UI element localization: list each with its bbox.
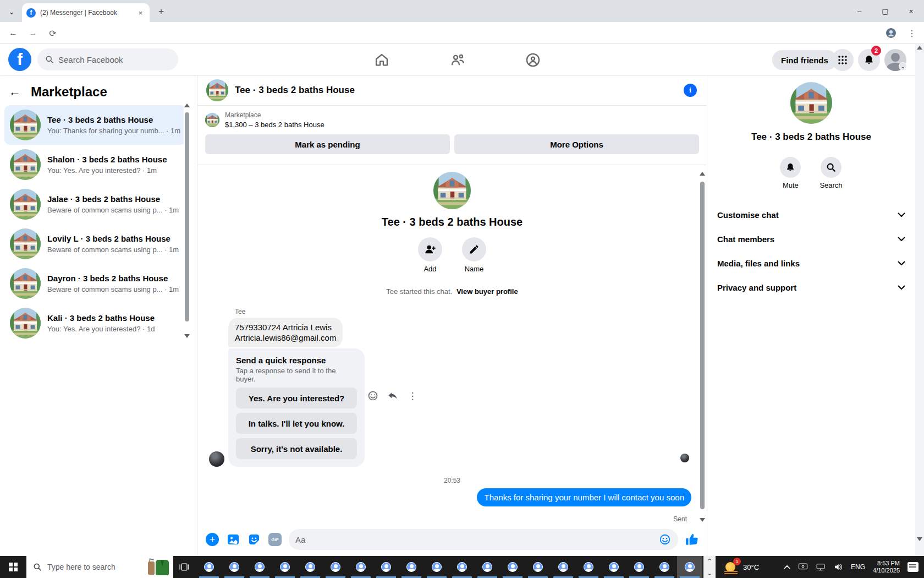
scrollbar-thumb[interactable] [185, 112, 189, 321]
conversation-list-item[interactable]: Tee · 3 beds 2 baths House You: Thanks f… [4, 105, 186, 145]
search-in-conversation-button[interactable]: Search [820, 157, 842, 189]
attach-photo-button[interactable] [226, 532, 240, 547]
sidebar-scrollbar[interactable] [184, 102, 190, 340]
reload-button[interactable]: ⟳ [46, 26, 59, 40]
apps-menu-button[interactable] [832, 49, 854, 71]
quick-reply-button[interactable]: Yes. Are you interested? [236, 388, 357, 408]
volume-icon[interactable] [833, 563, 843, 571]
conversation-info-button[interactable]: i [684, 84, 697, 97]
chrome-window-button[interactable] [399, 556, 424, 578]
mark-as-pending-button[interactable]: Mark as pending [205, 134, 450, 154]
taskbar-weather-widget[interactable]: 1 30°C [724, 556, 759, 578]
chrome-window-button[interactable] [601, 556, 626, 578]
chrome-window-button[interactable] [323, 556, 348, 578]
page-scrollbar[interactable] [915, 44, 924, 556]
window-maximize-button[interactable]: ▢ [872, 0, 898, 22]
overflow-down-icon[interactable]: ⌄ [707, 570, 712, 576]
conversation-list-item[interactable]: Kali · 3 beds 2 baths House You: Yes. Ar… [4, 303, 186, 343]
facebook-logo[interactable]: f [8, 48, 31, 71]
scroll-up-icon[interactable] [184, 103, 190, 107]
chrome-window-button[interactable] [298, 556, 323, 578]
details-section-row[interactable]: Media, files and links [712, 251, 911, 275]
emoji-picker-button[interactable] [658, 533, 672, 546]
view-buyer-profile-link[interactable]: View buyer profile [457, 287, 518, 296]
taskbar-search[interactable]: Type here to search [26, 556, 173, 578]
action-center-icon[interactable] [908, 562, 919, 572]
message-menu-icon[interactable]: ⋮ [406, 390, 419, 402]
like-button[interactable] [685, 532, 699, 547]
conversation-list-item[interactable]: Lovily L · 3 beds 2 baths House Beware o… [4, 224, 186, 264]
scroll-down-icon[interactable] [184, 334, 190, 338]
quick-reply-button[interactable]: In talks. I'll let you know. [236, 413, 357, 434]
details-section-row[interactable]: Chat members [712, 227, 911, 251]
back-arrow-icon[interactable]: ← [9, 85, 24, 99]
friends-tab-icon[interactable] [450, 52, 466, 68]
network-icon[interactable] [816, 563, 826, 571]
chrome-window-button[interactable] [272, 556, 298, 578]
chrome-window-button[interactable] [626, 556, 652, 578]
find-friends-button[interactable]: Find friends [772, 50, 837, 70]
browser-menu-icon[interactable]: ⋮ [905, 26, 919, 40]
chrome-window-button[interactable] [449, 556, 475, 578]
mute-button[interactable]: Mute [780, 157, 801, 189]
new-tab-button[interactable]: + [155, 6, 167, 18]
hidden-icons-chevron[interactable] [784, 565, 790, 569]
chrome-window-button[interactable] [475, 556, 500, 578]
home-tab-icon[interactable] [374, 52, 391, 68]
overflow-up-icon[interactable]: ⌃ [707, 558, 712, 564]
add-people-button[interactable]: Add [418, 237, 442, 273]
chrome-window-button[interactable] [196, 556, 222, 578]
details-section-row[interactable]: Customise chat [712, 203, 911, 227]
window-minimize-button[interactable]: – [846, 0, 872, 22]
quick-reply-button[interactable]: Sorry, it's not available. [236, 438, 357, 459]
forward-button[interactable]: → [26, 26, 40, 40]
screen-cast-icon[interactable] [798, 563, 808, 571]
scroll-up-icon[interactable] [917, 46, 922, 50]
chrome-window-button[interactable] [222, 556, 247, 578]
conversation-list-item[interactable]: Dayron · 3 beds 2 baths House Beware of … [4, 264, 186, 303]
gif-button[interactable]: GIF [268, 532, 282, 547]
scrollbar-thumb[interactable] [700, 182, 705, 509]
taskbar-clock[interactable]: 8:53 PM 4/10/2025 [873, 560, 900, 574]
search-highlight-art[interactable] [147, 558, 171, 576]
tab-search-chevron-icon[interactable]: ⌄ [6, 6, 18, 18]
facebook-search[interactable]: Search Facebook [37, 48, 178, 70]
back-button[interactable]: ← [7, 26, 20, 40]
window-close-button[interactable]: × [898, 0, 924, 22]
groups-tab-icon[interactable] [525, 52, 542, 68]
browser-tab[interactable]: f (2) Messenger | Facebook × [22, 3, 150, 22]
details-section-row[interactable]: Privacy and support [712, 275, 911, 299]
reply-icon[interactable] [387, 390, 399, 402]
chrome-window-button[interactable] [551, 556, 576, 578]
chrome-window-button[interactable] [247, 556, 272, 578]
taskbar-overflow-scroll[interactable]: ⌃ ⌄ [703, 556, 716, 578]
conversation-list-item[interactable]: Jalae · 3 beds 2 baths House Beware of c… [4, 184, 186, 224]
message-input-container[interactable] [289, 529, 678, 550]
conversation-list-item[interactable]: Shalon · 3 beds 2 baths House You: Yes. … [4, 145, 186, 184]
react-emoji-icon[interactable] [367, 390, 379, 402]
browser-profile-icon[interactable] [884, 26, 898, 40]
chrome-window-button[interactable] [424, 556, 449, 578]
chat-header[interactable]: Tee · 3 beds 2 baths House i [197, 75, 707, 106]
scroll-down-icon[interactable] [700, 518, 705, 522]
chat-scrollbar[interactable] [699, 170, 706, 524]
scroll-down-icon[interactable] [917, 537, 922, 541]
chrome-window-button[interactable] [525, 556, 551, 578]
tab-close-icon[interactable]: × [136, 8, 145, 18]
chrome-window-button[interactable] [348, 556, 373, 578]
chrome-window-button[interactable] [373, 556, 399, 578]
sticker-button[interactable] [247, 532, 261, 547]
chrome-window-button[interactable] [500, 556, 525, 578]
chrome-window-button[interactable] [576, 556, 601, 578]
language-indicator[interactable]: ENG [851, 563, 865, 571]
scroll-up-icon[interactable] [700, 172, 705, 176]
message-input[interactable] [295, 535, 658, 544]
start-button[interactable] [0, 556, 26, 578]
outgoing-message-bubble[interactable]: Thanks for sharing your number I will co… [477, 488, 691, 506]
chrome-window-button[interactable] [652, 556, 677, 578]
task-view-button[interactable] [173, 556, 195, 578]
incoming-message-bubble[interactable]: 7579330724 Artricia Lewis Artricia.lewis… [228, 318, 343, 347]
edit-name-button[interactable]: Name [462, 237, 486, 273]
chrome-window-button[interactable] [677, 556, 702, 578]
more-options-button[interactable]: More Options [454, 134, 699, 154]
